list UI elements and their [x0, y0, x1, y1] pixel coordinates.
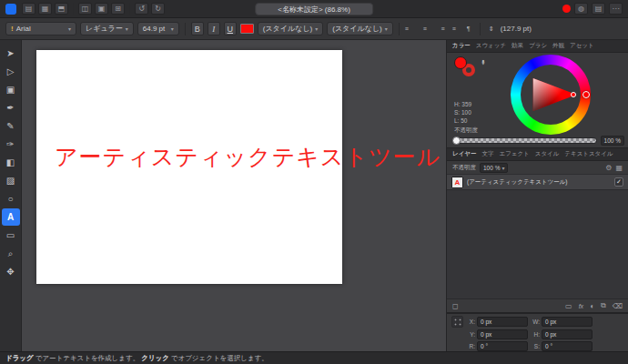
layer-label[interactable]: (アーティスティックテキストツール) [467, 178, 611, 187]
h-input[interactable]: 0 px [542, 329, 593, 339]
more-icon[interactable]: ⋯ [609, 3, 623, 15]
underline-button[interactable]: U [224, 22, 237, 35]
font-family-select[interactable]: ! Arial ▾ [5, 22, 76, 35]
anchor-selector[interactable] [451, 316, 463, 328]
paragraph-icon[interactable]: ¶ [463, 25, 474, 32]
tool-pen[interactable]: ✒ [2, 99, 20, 116]
tool-transparency[interactable]: ▨ [2, 172, 20, 189]
font-size-select[interactable]: 64.9 pt ▾ [137, 22, 179, 35]
chevron-down-icon: ▾ [126, 25, 128, 32]
tool-gradient[interactable]: ◧ [2, 154, 20, 171]
fill-color-well[interactable] [454, 56, 467, 69]
align-left-icon[interactable]: ≡ [405, 25, 416, 32]
undo-icon[interactable]: ↺ [135, 3, 148, 15]
font-weight-select[interactable]: レギュラー ▾ [80, 22, 134, 35]
sl-indicator[interactable] [571, 92, 576, 97]
effects-icon[interactable]: fx [579, 303, 583, 309]
toolbar-separator [399, 23, 400, 35]
panels-icon[interactable]: ▤ [592, 3, 605, 15]
italic-button[interactable]: I [208, 22, 220, 35]
w-input[interactable]: 0 px [542, 317, 593, 327]
layers-opacity-label: 不透明度 [452, 164, 476, 172]
tab-brushes[interactable]: ブラシ [529, 42, 547, 50]
lightness-value: 50 [461, 117, 467, 124]
align-right-icon[interactable]: ≡ [434, 25, 445, 32]
opacity-slider-knob[interactable] [452, 136, 461, 145]
tool-text[interactable]: A [2, 208, 20, 226]
tool-zoom[interactable]: ⌕ [2, 245, 20, 262]
x-input[interactable]: 0 px [477, 317, 528, 327]
redo-icon[interactable]: ↻ [151, 3, 165, 15]
canvas[interactable]: アーティスティックテキストツール [22, 40, 446, 351]
tool-pencil[interactable]: ✎ [2, 117, 20, 135]
lightness-label: L: [454, 117, 459, 124]
app-icon[interactable] [5, 4, 16, 15]
shear-input[interactable]: 0 ° [542, 341, 593, 351]
opacity-slider[interactable] [452, 137, 597, 144]
titlebar: ▤ ▦ ⬒ ◫ ▣ ⊞ ↺ ↻ <名称未設定> (86.8%) ◍ ▤ ⋯ [0, 0, 628, 18]
hue-indicator[interactable] [582, 91, 590, 98]
font-size-value: 64.9 pt [143, 25, 165, 33]
paragraph-style-select[interactable]: (スタイルなし) ▾ [327, 22, 392, 35]
tool-shape[interactable]: ○ [2, 190, 20, 207]
export-icon[interactable]: ⊞ [111, 3, 125, 15]
delete-layer-icon[interactable]: ⌫ [613, 302, 623, 310]
shear-label: S: [532, 343, 540, 349]
character-style-select[interactable]: (スタイルなし) ▾ [258, 22, 323, 35]
red-status-icon[interactable] [562, 5, 571, 13]
layers-list-empty-area[interactable] [447, 190, 628, 298]
tab-swatches[interactable]: スウォッチ [476, 42, 506, 50]
tool-move[interactable]: ➤ [2, 45, 20, 62]
document-title-dropdown[interactable]: <名称未設定> (86.8%) [255, 3, 373, 15]
tool-artboard[interactable]: ▣ [2, 81, 20, 98]
document-title: <名称未設定> (86.8%) [278, 5, 350, 15]
tab-appearance[interactable]: 外観 [552, 42, 564, 50]
blend-options-icon[interactable]: ⚙ [605, 164, 612, 172]
group-icon[interactable]: ⧉ [601, 301, 606, 310]
opacity-value[interactable]: 100 % [601, 136, 624, 146]
tab-assets[interactable]: アセット [570, 42, 594, 50]
new-document-icon[interactable]: ◫ [78, 3, 92, 15]
blend-ranges-icon[interactable]: ▦ [615, 164, 623, 172]
font-family-value: Arial [16, 25, 31, 33]
tab-layer-effects[interactable]: エフェクト [499, 150, 529, 158]
align-center-icon[interactable]: ≡ [420, 25, 430, 32]
w-label: W: [532, 318, 540, 325]
toolbar-separator [480, 23, 481, 35]
leading-value[interactable]: (127.9 pt) [501, 25, 532, 33]
tab-layers[interactable]: レイヤー [452, 150, 476, 158]
chevron-down-icon: ▾ [315, 25, 318, 32]
tab-effects[interactable]: 効果 [512, 42, 523, 50]
layer-thumbnail[interactable]: A [451, 177, 463, 188]
persona-icon-2[interactable]: ▦ [38, 3, 52, 15]
tool-node[interactable]: ▷ [2, 63, 20, 80]
text-color-swatch[interactable] [240, 24, 254, 34]
mask-icon[interactable]: ▭ [565, 302, 572, 310]
character-style-value: (スタイルなし) [263, 24, 312, 34]
tool-hand[interactable]: ✥ [2, 263, 20, 280]
align-justify-icon[interactable]: ≡ [449, 25, 460, 32]
tab-text-styles[interactable]: テキストスタイル [564, 150, 613, 158]
color-profile-icon[interactable]: ◍ [574, 3, 588, 15]
eyedropper-icon[interactable]: ✒ [479, 59, 487, 66]
font-weight-value: レギュラー [86, 24, 123, 34]
tool-brush[interactable]: ✑ [2, 136, 20, 153]
layers-opacity-select[interactable]: 100 % ▾ [480, 163, 508, 173]
persona-icon-1[interactable]: ▤ [22, 3, 35, 15]
layer-visibility-checkbox[interactable]: ✓ [614, 177, 623, 187]
layer-row[interactable]: A (アーティスティックテキストツール) ✓ [447, 175, 628, 190]
artistic-text[interactable]: アーティスティックテキストツール [55, 142, 441, 172]
tool-rectangle[interactable]: ▭ [2, 227, 20, 244]
bold-button[interactable]: B [191, 22, 204, 35]
color-wheel[interactable] [511, 55, 591, 135]
rotation-label: R: [467, 343, 475, 349]
adjustment-icon[interactable]: ◐ [590, 302, 594, 310]
tab-color[interactable]: カラー [452, 42, 471, 50]
comment-icon[interactable]: ◻ [452, 302, 459, 310]
tab-styles[interactable]: スタイル [535, 150, 560, 158]
save-icon[interactable]: ▣ [95, 3, 108, 15]
y-input[interactable]: 0 px [477, 329, 528, 339]
rotation-input[interactable]: 0 ° [477, 341, 528, 351]
tab-character[interactable]: 文字 [481, 150, 493, 158]
persona-icon-3[interactable]: ⬒ [55, 3, 68, 15]
